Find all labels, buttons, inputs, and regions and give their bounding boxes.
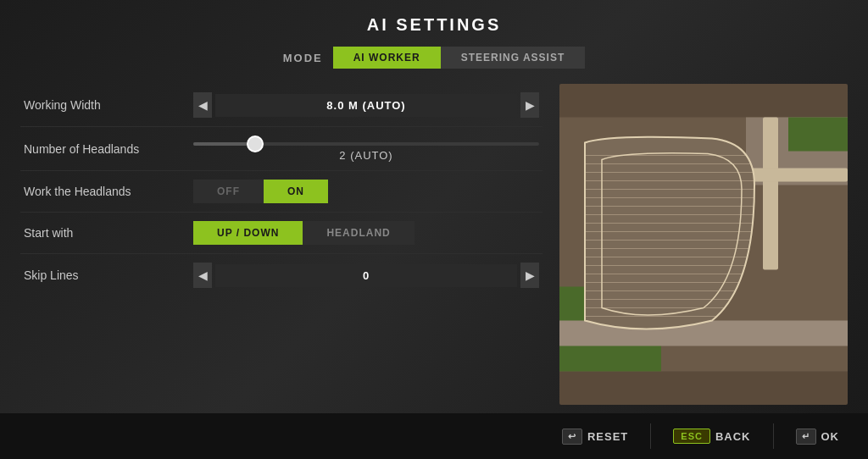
work-headlands-toggle: OFF ON	[193, 180, 539, 203]
svg-rect-3	[788, 118, 848, 152]
headlands-value: 2 (AUTO)	[193, 149, 539, 162]
start-with-up-down[interactable]: UP / DOWN	[193, 221, 303, 245]
divider-1	[650, 423, 651, 449]
skip-lines-value: 0	[215, 264, 517, 287]
ok-label: OK	[821, 430, 840, 443]
tab-steering-assist[interactable]: STEERING ASSIST	[441, 47, 586, 69]
divider-2	[773, 423, 774, 449]
esc-key-badge: ESC	[673, 429, 710, 444]
start-with-headland[interactable]: HEADLAND	[303, 221, 414, 245]
headlands-row: Number of Headlands 2 (AUTO)	[20, 127, 542, 171]
skip-lines-increase[interactable]: ▶	[520, 263, 539, 288]
headlands-slider-container	[193, 142, 539, 146]
skip-lines-value-row: ◀ 0 ▶	[193, 263, 539, 288]
skip-lines-label: Skip Lines	[24, 268, 193, 282]
page-title: AI SETTINGS	[20, 15, 848, 35]
start-with-row: Start with UP / DOWN HEADLAND	[20, 213, 542, 254]
back-label: BACK	[715, 430, 751, 443]
ok-button[interactable]: ↵ OK	[784, 423, 852, 450]
reset-key-badge: ↩	[562, 429, 582, 445]
reset-button[interactable]: ↩ RESET	[550, 423, 640, 450]
working-width-label: Working Width	[24, 98, 193, 112]
working-width-increase[interactable]: ▶	[520, 92, 539, 118]
reset-label: RESET	[587, 430, 628, 443]
map-svg	[559, 84, 848, 405]
headlands-label: Number of Headlands	[24, 142, 193, 156]
ok-key-badge: ↵	[796, 429, 816, 445]
working-width-decrease[interactable]: ◀	[193, 92, 212, 118]
svg-rect-5	[763, 118, 778, 270]
working-width-control: ◀ 8.0 M (AUTO) ▶	[193, 92, 539, 118]
mode-label: MODE	[283, 52, 323, 64]
work-headlands-on[interactable]: ON	[264, 180, 328, 203]
tabs-row: MODE AI WORKER STEERING ASSIST	[20, 47, 848, 69]
working-width-row: Working Width ◀ 8.0 M (AUTO) ▶	[20, 84, 542, 127]
map-panel	[559, 84, 848, 405]
work-headlands-row: Work the Headlands OFF ON	[20, 171, 542, 213]
headlands-slider-thumb[interactable]	[247, 135, 264, 152]
bottom-bar: ↩ RESET ESC BACK ↵ OK	[0, 413, 868, 459]
back-button[interactable]: ESC BACK	[661, 423, 762, 449]
work-headlands-control: OFF ON	[193, 180, 539, 203]
start-with-control: UP / DOWN HEADLAND	[193, 221, 539, 245]
headlands-control: 2 (AUTO)	[193, 135, 539, 162]
settings-panel: Working Width ◀ 8.0 M (AUTO) ▶ Number of…	[20, 84, 542, 405]
headlands-slider-track	[193, 142, 539, 146]
start-with-toggle: UP / DOWN HEADLAND	[193, 221, 539, 245]
skip-lines-control: ◀ 0 ▶	[193, 263, 539, 288]
tab-ai-worker[interactable]: AI WORKER	[333, 47, 441, 69]
skip-lines-row: Skip Lines ◀ 0 ▶	[20, 254, 542, 296]
content-area: Working Width ◀ 8.0 M (AUTO) ▶ Number of…	[20, 84, 848, 405]
working-width-value-row: ◀ 8.0 M (AUTO) ▶	[193, 92, 539, 118]
working-width-value: 8.0 M (AUTO)	[215, 94, 517, 117]
start-with-label: Start with	[24, 226, 193, 240]
main-container: AI SETTINGS MODE AI WORKER STEERING ASSI…	[0, 0, 868, 413]
work-headlands-label: Work the Headlands	[24, 185, 193, 198]
skip-lines-decrease[interactable]: ◀	[193, 263, 212, 288]
work-headlands-off[interactable]: OFF	[193, 180, 264, 203]
